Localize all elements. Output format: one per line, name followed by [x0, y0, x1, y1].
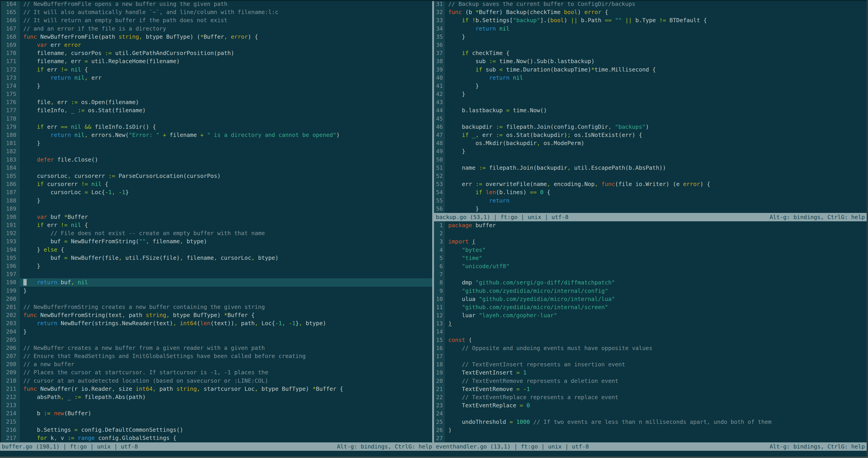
code-text[interactable] [20, 90, 432, 98]
code-line[interactable]: 7 [434, 270, 867, 279]
code-text[interactable]: if _, err := os.Stat(backupdir); os.IsNo… [445, 131, 867, 139]
code-line[interactable]: 47 if _, err := os.Stat(backupdir); os.I… [434, 131, 867, 139]
code-text[interactable]: return nil [445, 25, 867, 33]
code-line[interactable]: 25 undoThreshold = 1000 // If two events… [434, 418, 867, 426]
code-text[interactable]: } [20, 328, 432, 336]
code-text[interactable] [445, 229, 867, 237]
code-line[interactable]: 200 [0, 295, 432, 303]
code-line[interactable]: 11 "github.com/zyedidia/micro/internal/s… [434, 303, 867, 311]
code-line[interactable]: 56 } [434, 205, 867, 213]
code-text[interactable]: } [20, 82, 432, 90]
code-line[interactable]: 205 [0, 336, 432, 344]
code-line[interactable]: 178 [0, 115, 432, 123]
code-line[interactable]: 23 TextEventReplace = 0 [434, 401, 867, 409]
code-line[interactable]: 167// and an error if the file is a dire… [0, 25, 432, 33]
code-text[interactable]: "github.com/zyedidia/micro/internal/conf… [445, 287, 867, 295]
code-line[interactable]: 45 [434, 115, 867, 123]
code-line[interactable]: 48 os.Mkdir(backupdir, os.ModePerm) [434, 139, 867, 147]
code-line[interactable]: 171 filename, err = util.ReplaceHome(fil… [0, 57, 432, 65]
code-text[interactable]: if err == nil && fileInfo.IsDir() { [20, 123, 432, 131]
code-text[interactable]: // a new buffer [20, 360, 432, 368]
code-line[interactable]: 214 b := new(Buffer) [0, 409, 432, 418]
code-text[interactable] [445, 172, 867, 180]
code-line[interactable]: 50 [434, 156, 867, 164]
code-line[interactable]: 201// NewBufferFromString creates a new … [0, 303, 432, 311]
code-line[interactable]: 10 ulua "github.com/zyedidia/micro/inter… [434, 295, 867, 303]
code-line[interactable]: 13) [434, 319, 867, 328]
code-line[interactable]: 46 backupdir := filepath.Join(config.Con… [434, 123, 867, 131]
code-text[interactable]: err := overwriteFile(name, encoding.Nop,… [445, 180, 867, 188]
code-line[interactable]: 164// NewBufferFromFile opens a new buff… [0, 0, 432, 8]
code-text[interactable]: if err != nil { [20, 66, 432, 74]
code-line[interactable]: 36 [434, 41, 867, 49]
code-text[interactable]: "unicode/utf8" [445, 262, 867, 270]
code-text[interactable]: if !b.Settings["backup"].(bool) || b.Pat… [445, 16, 867, 24]
code-line[interactable]: 215 [0, 418, 432, 426]
code-line[interactable]: 195 buf = NewBuffer(file, util.FSize(fil… [0, 254, 432, 262]
code-line[interactable]: 55 return [434, 197, 867, 205]
code-text[interactable]: package buffer [445, 221, 867, 229]
code-text[interactable]: if len(b.lines) == 0 { [445, 188, 867, 196]
code-line[interactable]: 189 [0, 205, 432, 213]
code-text[interactable]: absPath, _ := filepath.Abs(path) [20, 393, 432, 401]
code-line[interactable]: 41 } [434, 82, 867, 90]
code-text[interactable] [445, 409, 867, 418]
code-line[interactable]: 34 return nil [434, 25, 867, 33]
code-text[interactable] [20, 147, 432, 155]
code-text[interactable]: name := filepath.Join(backupdir, util.Es… [445, 164, 867, 172]
code-line[interactable]: 20 // TextEventRemove represents a delet… [434, 377, 867, 385]
code-text[interactable]: // TextEventReplace represents a replace… [445, 393, 867, 401]
code-text[interactable]: } else { [20, 246, 432, 254]
code-text[interactable] [20, 295, 432, 303]
code-text[interactable]: backupdir := filepath.Join(config.Config… [445, 123, 867, 131]
code-text[interactable]: // NewBufferFromString creates a new buf… [20, 303, 432, 311]
code-line[interactable]: 42 } [434, 90, 867, 98]
code-line[interactable]: 211func NewBuffer(r io.Reader, size int6… [0, 385, 432, 393]
code-text[interactable]: } [20, 287, 432, 295]
code-text[interactable]: import ( [445, 237, 867, 246]
code-text[interactable] [445, 98, 867, 106]
code-line[interactable]: 210// cursor at an autodetected location… [0, 377, 432, 385]
code-text[interactable]: fileInfo, _ := os.Stat(filename) [20, 106, 432, 115]
code-text[interactable] [20, 418, 432, 426]
code-text[interactable]: undoThreshold = 1000 // If two events ar… [445, 418, 867, 426]
code-text[interactable]: } [445, 82, 867, 90]
code-text[interactable]: return NewBuffer(strings.NewReader(text)… [20, 319, 432, 327]
code-line[interactable]: 18 // TextEventInsert represents an inse… [434, 361, 867, 369]
code-line[interactable]: 17 [434, 352, 867, 361]
code-text[interactable] [445, 328, 867, 336]
code-text[interactable]: TextEventReplace = 0 [445, 401, 867, 409]
code-line[interactable]: 21 TextEventRemove = -1 [434, 385, 867, 393]
code-text[interactable]: const ( [445, 336, 867, 344]
code-line[interactable]: 191 if err != nil { [0, 221, 432, 229]
code-text[interactable] [445, 156, 867, 164]
code-line[interactable]: 27 [434, 434, 867, 442]
code-line[interactable]: 4 "bytes" [434, 246, 867, 254]
code-line[interactable]: 9 "github.com/zyedidia/micro/internal/co… [434, 287, 867, 295]
code-text[interactable] [20, 115, 432, 123]
code-line[interactable]: 208// a new buffer [0, 360, 432, 368]
code-text[interactable] [20, 401, 432, 409]
code-line[interactable]: 44 b.lastbackup = time.Now() [434, 106, 867, 115]
code-line[interactable]: 37 if checkTime { [434, 49, 867, 57]
code-text[interactable]: cursorLoc, cursorerr := ParseCursorLocat… [20, 172, 432, 180]
code-line[interactable]: 31// Backup saves the current buffer to … [434, 0, 867, 8]
code-text[interactable]: "time" [445, 254, 867, 262]
code-line[interactable]: 6 "unicode/utf8" [434, 262, 867, 270]
code-text[interactable]: func (b *Buffer) Backup(checkTime bool) … [445, 8, 867, 16]
code-line[interactable]: 198 return buf, nil [0, 278, 432, 286]
code-line[interactable]: 172 if err != nil { [0, 66, 432, 74]
code-text[interactable]: TextEventRemove = -1 [445, 385, 867, 393]
code-line[interactable]: 177 fileInfo, _ := os.Stat(filename) [0, 106, 432, 115]
code-line[interactable]: 207// Ensure that ReadSettings and InitG… [0, 352, 432, 360]
code-line[interactable]: 190 var buf *Buffer [0, 213, 432, 221]
code-line[interactable]: 175 [0, 90, 432, 98]
code-text[interactable]: // Opposite and undoing events must have… [445, 344, 867, 352]
code-line[interactable]: 49 } [434, 147, 867, 155]
code-line[interactable]: 185 cursorLoc, cursorerr := ParseCursorL… [0, 172, 432, 180]
code-line[interactable]: 51 name := filepath.Join(backupdir, util… [434, 164, 867, 172]
code-text[interactable]: // It will also automatically handle `~`… [20, 8, 432, 16]
editor-pane-buffer-go[interactable]: 164// NewBufferFromFile opens a new buff… [0, 0, 432, 442]
code-line[interactable]: 22 // TextEventReplace represents a repl… [434, 393, 867, 401]
code-line[interactable]: 176 file, err := os.Open(filename) [0, 98, 432, 106]
